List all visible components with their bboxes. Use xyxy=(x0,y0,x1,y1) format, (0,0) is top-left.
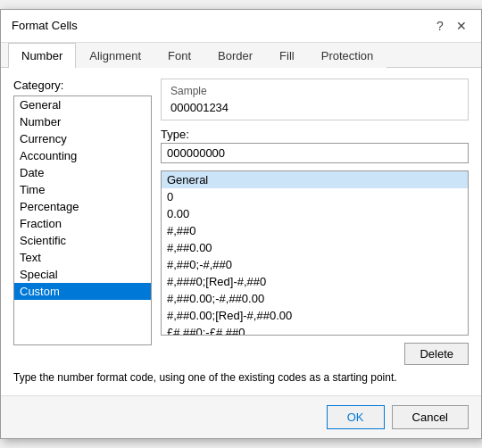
category-item-number[interactable]: Number xyxy=(14,113,151,130)
format-list-container[interactable]: General 0 0.00 #,##0 #,##0.00 #,##0;-#,#… xyxy=(161,170,469,336)
category-item-date[interactable]: Date xyxy=(14,164,151,181)
format-item[interactable]: #,##0.00;[Red]-#,##0.00 xyxy=(162,307,468,324)
footer: OK Cancel xyxy=(1,395,481,438)
tab-border[interactable]: Border xyxy=(204,43,266,68)
title-bar: Format Cells ? ✕ xyxy=(1,10,481,43)
category-item-custom[interactable]: Custom xyxy=(14,283,151,300)
category-panel: Category: General Number Currency Accoun… xyxy=(13,79,152,365)
category-item-accounting[interactable]: Accounting xyxy=(14,147,151,164)
format-item[interactable]: 0.00 xyxy=(162,205,468,222)
type-label: Type: xyxy=(161,128,469,141)
category-item-general[interactable]: General xyxy=(14,96,151,113)
format-item[interactable]: #,##0;-#,##0 xyxy=(162,256,468,273)
sample-box: Sample 000001234 xyxy=(161,79,469,120)
format-item[interactable]: 0 xyxy=(162,188,468,205)
category-item-special[interactable]: Special xyxy=(14,266,151,283)
format-list: General 0 0.00 #,##0 #,##0.00 #,##0;-#,#… xyxy=(162,171,468,336)
main-area: Category: General Number Currency Accoun… xyxy=(13,79,469,365)
format-item[interactable]: General xyxy=(162,171,468,188)
tab-protection[interactable]: Protection xyxy=(308,43,387,68)
sample-value: 000001234 xyxy=(170,101,459,114)
type-section: Type: xyxy=(161,128,469,163)
format-item[interactable]: #,###0;[Red]-#,##0 xyxy=(162,273,468,290)
format-item[interactable]: #,##0 xyxy=(162,222,468,239)
close-button[interactable]: ✕ xyxy=(453,17,470,35)
right-panel: Sample 000001234 Type: General 0 0.00 #,… xyxy=(161,79,469,365)
ok-button[interactable]: OK xyxy=(327,405,385,429)
format-cells-dialog: Format Cells ? ✕ Number Alignment Font B… xyxy=(0,9,482,440)
help-button[interactable]: ? xyxy=(431,17,449,35)
tab-bar: Number Alignment Font Border Fill Protec… xyxy=(1,43,481,68)
tab-number[interactable]: Number xyxy=(8,43,76,68)
delete-row: Delete xyxy=(161,343,469,365)
category-label: Category: xyxy=(13,79,152,92)
format-item[interactable]: #,##0.00 xyxy=(162,239,468,256)
cancel-button[interactable]: Cancel xyxy=(392,405,469,429)
format-item[interactable]: £#,##0;-£#,##0 xyxy=(162,324,468,336)
category-list[interactable]: General Number Currency Accounting Date … xyxy=(13,95,152,345)
title-bar-controls: ? ✕ xyxy=(431,17,470,35)
delete-button[interactable]: Delete xyxy=(404,343,469,365)
tab-content: Category: General Number Currency Accoun… xyxy=(1,68,481,396)
type-input[interactable] xyxy=(161,143,469,163)
category-item-scientific[interactable]: Scientific xyxy=(14,232,151,249)
category-item-text[interactable]: Text xyxy=(14,249,151,266)
sample-label: Sample xyxy=(170,85,459,97)
dialog-title: Format Cells xyxy=(12,19,78,32)
category-item-currency[interactable]: Currency xyxy=(14,130,151,147)
category-item-fraction[interactable]: Fraction xyxy=(14,215,151,232)
tab-font[interactable]: Font xyxy=(154,43,204,68)
category-item-percentage[interactable]: Percentage xyxy=(14,198,151,215)
format-item[interactable]: #,##0.00;-#,##0.00 xyxy=(162,290,468,307)
category-item-time[interactable]: Time xyxy=(14,181,151,198)
hint-text: Type the number format code, using one o… xyxy=(13,370,469,386)
tab-fill[interactable]: Fill xyxy=(266,43,308,68)
tab-alignment[interactable]: Alignment xyxy=(76,43,154,68)
